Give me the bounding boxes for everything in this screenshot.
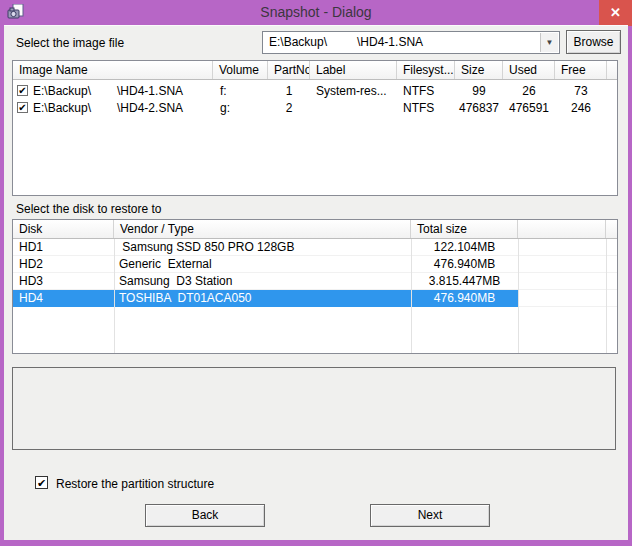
- image-table-body: ✔ E:\Backup\\HD4-1.SNA f: 1 System-res..…: [13, 80, 617, 116]
- path-prefix: E:\Backup\: [269, 35, 327, 49]
- cell-disk: HD4: [13, 291, 114, 305]
- close-button[interactable]: ✕: [599, 0, 632, 26]
- cell-size: 99: [455, 84, 503, 98]
- row-checkbox[interactable]: ✔: [17, 85, 28, 96]
- cell-total-size: 122.104MB: [411, 240, 518, 254]
- cell-vendor: TOSHIBA DT01ACA050: [114, 291, 411, 305]
- cell-filesystem: NTFS: [397, 84, 455, 98]
- window-title: Snapshot - Dialog: [0, 0, 632, 25]
- header-image-name[interactable]: Image Name: [13, 61, 213, 79]
- row-checkbox[interactable]: ✔: [17, 102, 28, 113]
- snapshot-dialog-window: Snapshot - Dialog ✕ Select the image fil…: [0, 0, 632, 546]
- cell-used: 26: [503, 84, 555, 98]
- image-table-header: Image Name Volume PartNo Label Filesyst.…: [13, 61, 617, 80]
- image-file-name: \HD4-1.SNA: [117, 84, 183, 98]
- next-button[interactable]: Next: [370, 504, 490, 527]
- image-file-combobox[interactable]: E:\Backup\\HD4-1.SNA ▼: [262, 31, 560, 54]
- cell-vendor: Samsung SSD 850 PRO 128GB: [114, 240, 411, 254]
- header-disk[interactable]: Disk: [13, 220, 114, 238]
- image-path-prefix: E:\Backup\: [33, 101, 91, 115]
- image-file-path: E:\Backup\\HD4-1.SNA: [269, 35, 423, 49]
- grid-line: [411, 239, 412, 354]
- disk-row-hd2[interactable]: HD2 Generic External 476.940MB: [13, 256, 617, 273]
- header-label[interactable]: Label: [310, 61, 397, 79]
- grid-line: [518, 239, 519, 354]
- disk-table: Disk Vendor / Type Total size HD1 Samsun…: [12, 219, 618, 354]
- image-file-label: Select the image file: [16, 36, 124, 50]
- browse-button[interactable]: Browse: [566, 30, 621, 54]
- check-icon: ✔: [18, 85, 26, 96]
- combobox-dropdown-button[interactable]: ▼: [540, 33, 558, 52]
- cell-partno: 1: [268, 84, 310, 98]
- cell-vendor: Samsung D3 Station: [114, 274, 411, 288]
- cell-total-size: 476.940MB: [411, 257, 518, 271]
- cell-total-size: 3.815.447MB: [411, 274, 518, 288]
- disk-select-label: Select the disk to restore to: [16, 202, 161, 216]
- restore-partition-label: Restore the partition structure: [56, 477, 214, 491]
- header-used[interactable]: Used: [503, 61, 555, 79]
- title-bar: Snapshot - Dialog ✕: [0, 0, 632, 25]
- disk-row-hd4-selected[interactable]: HD4 TOSHIBA DT01ACA050 476.940MB: [13, 290, 617, 307]
- header-free[interactable]: Free: [555, 61, 607, 79]
- cell-disk: HD3: [13, 274, 114, 288]
- disk-row-hd1[interactable]: HD1 Samsung SSD 850 PRO 128GB 122.104MB: [13, 239, 617, 256]
- cell-label: System-res...: [310, 84, 397, 98]
- chevron-down-icon: ▼: [546, 38, 554, 47]
- header-size[interactable]: Size: [455, 61, 503, 79]
- cell-total-size: 476.940MB: [411, 291, 518, 305]
- cell-volume: g:: [213, 101, 268, 115]
- header-total-size[interactable]: Total size: [411, 220, 518, 238]
- image-path-prefix: E:\Backup\: [33, 84, 91, 98]
- header-partno[interactable]: PartNo: [268, 61, 310, 79]
- cell-disk: HD1: [13, 240, 114, 254]
- header-cell-empty: [606, 220, 617, 238]
- cell-used: 476591: [503, 101, 555, 115]
- header-cell-empty: [518, 220, 606, 238]
- header-filesystem[interactable]: Filesyst...: [397, 61, 455, 79]
- header-volume[interactable]: Volume: [213, 61, 268, 79]
- header-vendor[interactable]: Vendor / Type: [114, 220, 411, 238]
- cell-size: 476837: [455, 101, 503, 115]
- table-row[interactable]: ✔ E:\Backup\\HD4-1.SNA f: 1 System-res..…: [13, 82, 617, 99]
- cell-filesystem: NTFS: [397, 101, 455, 115]
- image-file-table: Image Name Volume PartNo Label Filesyst.…: [12, 60, 618, 196]
- image-file-name: \HD4-2.SNA: [117, 101, 183, 115]
- table-row[interactable]: ✔ E:\Backup\\HD4-2.SNA g: 2 NTFS 476837 …: [13, 99, 617, 116]
- cell-vendor: Generic External: [114, 257, 411, 271]
- back-button[interactable]: Back: [145, 504, 265, 527]
- cell-partno: 2: [268, 101, 310, 115]
- grid-line: [114, 239, 115, 354]
- restore-partition-checkbox[interactable]: ✔: [35, 476, 48, 489]
- disk-table-body: HD1 Samsung SSD 850 PRO 128GB 122.104MB …: [13, 239, 617, 354]
- cell-volume: f:: [213, 84, 268, 98]
- check-icon: ✔: [18, 102, 26, 113]
- disk-row-hd3[interactable]: HD3 Samsung D3 Station 3.815.447MB: [13, 273, 617, 290]
- cell-disk: HD2: [13, 257, 114, 271]
- check-icon: ✔: [37, 477, 46, 489]
- close-icon: ✕: [610, 5, 621, 20]
- cell-free: 246: [555, 101, 607, 115]
- path-file-name: \HD4-1.SNA: [357, 35, 423, 49]
- header-cell-empty: [607, 61, 617, 79]
- details-groupbox: [12, 367, 616, 450]
- grid-line: [606, 239, 607, 354]
- disk-table-header: Disk Vendor / Type Total size: [13, 220, 617, 239]
- cell-free: 73: [555, 84, 607, 98]
